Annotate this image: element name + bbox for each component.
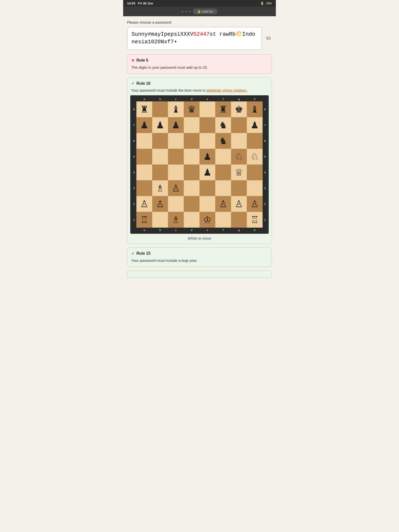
rank-2-left: 2 (132, 196, 136, 212)
password-container: Sunny#mayIpepsiXXXV52447st rawRb🌕Indones… (127, 27, 272, 50)
file-f-top: f (215, 97, 231, 101)
battery-icon: 🔋 (260, 2, 264, 5)
chess-cell-f6: ♞ (215, 133, 231, 149)
bottom-file-labels: a b c d e f g h (132, 228, 267, 232)
file-b-bot: b (152, 228, 168, 232)
rank-6-right: 6 (263, 133, 267, 149)
fail-icon: ✕ (131, 58, 134, 63)
time-text: 14:03 (127, 1, 135, 5)
rank-4-left: 4 (132, 165, 136, 180)
right-rank-labels: 8 7 6 5 4 3 2 1 (263, 101, 267, 228)
rule-5-header: ✕ Rule 5 (131, 58, 268, 63)
chess-cell-c4 (168, 165, 184, 180)
page-content: Please choose a password Sunny#mayIpepsi… (123, 16, 276, 282)
chess-cell-h3 (247, 180, 263, 196)
rule-15-box: ✓ Rule 15 Your password must include a l… (127, 248, 272, 267)
file-a-bot: a (136, 228, 152, 232)
chess-cell-d1 (184, 212, 200, 228)
rank-4-right: 4 (263, 165, 267, 180)
chess-cell-a3 (136, 180, 152, 196)
chess-cell-h5: ♘ (247, 149, 263, 165)
browser-bar: • • • 🔒 neal.fun (123, 7, 276, 16)
chess-cell-h2: ♙ (247, 196, 263, 212)
file-b-top: b (152, 97, 168, 101)
chess-cell-g5: ♘ (231, 149, 247, 165)
chess-cell-b7: ♟ (152, 117, 168, 133)
chess-board: ♜♝♛♜♚♝♟♟♟♞♟♞♟♘♘♟♕♗♙♙♙♙♙♙♖♗♔♖ (136, 101, 263, 228)
rule-16-text-before: Your password must include the best move… (131, 88, 206, 92)
chess-section: a b c d e f g h 8 (131, 95, 268, 240)
chess-cell-e2 (200, 196, 215, 212)
rule-bottom-partial (127, 270, 272, 278)
rule-5-text: The digits in your password must add up … (131, 65, 268, 70)
chess-cell-a7: ♟ (136, 117, 152, 133)
chess-cell-g6 (231, 133, 247, 149)
file-h-top: h (247, 97, 263, 101)
board-grid-with-ranks: 8 7 6 5 4 3 2 1 ♜♝♛♜♚♝♟♟♟♞♟♞♟♘♘♟♕♗♙♙♙♙♙♙… (132, 101, 267, 228)
chess-cell-e3 (200, 180, 215, 196)
char-count: 50 (265, 36, 272, 41)
file-h-bot: h (247, 228, 263, 232)
file-d-bot: d (184, 228, 200, 232)
chess-cell-c6 (168, 133, 184, 149)
chess-cell-h8: ♝ (247, 101, 263, 117)
chess-cell-b1 (152, 212, 168, 228)
date-text: Fri 30 Jun (138, 1, 153, 5)
chess-cell-b2: ♙ (152, 196, 168, 212)
pass-icon-16: ✓ (131, 81, 134, 86)
rule-15-text: Your password must include a leap year. (131, 258, 268, 264)
rank-3-right: 3 (263, 180, 267, 196)
link-text: algebraic chess notation. (206, 88, 247, 92)
file-c-top: c (168, 97, 184, 101)
chess-cell-e4: ♟ (200, 165, 215, 180)
chess-cell-a5 (136, 149, 152, 165)
rank-7-left: 7 (132, 117, 136, 133)
file-e-top: e (200, 97, 215, 101)
chess-cell-e1: ♔ (200, 212, 215, 228)
chess-caption: White to move (188, 236, 211, 240)
file-a-top: a (136, 97, 152, 101)
rule-15-header: ✓ Rule 15 (131, 251, 268, 256)
browser-dots: • • • (182, 10, 191, 14)
prompt-label: Please choose a password (127, 20, 272, 24)
rank-8-left: 8 (132, 101, 136, 117)
algebraic-notation-link[interactable]: algebraic chess notation. (206, 88, 247, 92)
rank-8-right: 8 (263, 101, 267, 117)
chess-cell-b3: ♗ (152, 180, 168, 196)
chess-cell-e6 (200, 133, 215, 149)
chess-cell-b6 (152, 133, 168, 149)
chess-cell-e8 (200, 101, 215, 117)
chess-cell-d4 (184, 165, 200, 180)
board-with-labels: a b c d e f g h 8 (132, 97, 267, 232)
chess-cell-b8 (152, 101, 168, 117)
rank-3-left: 3 (132, 180, 136, 196)
file-c-bot: c (168, 228, 184, 232)
chess-cell-h1: ♖ (247, 212, 263, 228)
chess-cell-g8: ♚ (231, 101, 247, 117)
chess-cell-c7: ♟ (168, 117, 184, 133)
password-highlight: 52447 (193, 31, 210, 37)
chess-cell-a8: ♜ (136, 101, 152, 117)
rule-15-label: Rule 15 (136, 251, 150, 256)
url-text: neal.fun (202, 10, 213, 13)
chess-cell-d8: ♛ (184, 101, 200, 117)
chess-cell-g4: ♕ (231, 165, 247, 180)
status-right: 🔋 29% (260, 2, 272, 5)
chess-cell-a4 (136, 165, 152, 180)
chess-cell-d3 (184, 180, 200, 196)
board-outer: a b c d e f g h 8 (130, 95, 269, 234)
battery-percent: 29% (266, 2, 272, 5)
rule-5-box: ✕ Rule 5 The digits in your password mus… (127, 54, 272, 74)
lock-icon: 🔒 (197, 10, 201, 13)
file-d-top: d (184, 97, 200, 101)
chess-cell-f3 (215, 180, 231, 196)
rule-5-label: Rule 5 (136, 58, 148, 63)
chess-cell-f4 (215, 165, 231, 180)
chess-cell-h6 (247, 133, 263, 149)
password-box[interactable]: Sunny#mayIpepsiXXXV52447st rawRb🌕Indones… (127, 27, 262, 50)
browser-url-bar[interactable]: 🔒 neal.fun (193, 9, 217, 14)
rank-7-right: 7 (263, 117, 267, 133)
status-bar: 14:03 Fri 30 Jun 🔋 29% (123, 0, 276, 7)
left-rank-labels: 8 7 6 5 4 3 2 1 (132, 101, 136, 228)
rule-16-text: Your password must include the best move… (131, 88, 268, 93)
